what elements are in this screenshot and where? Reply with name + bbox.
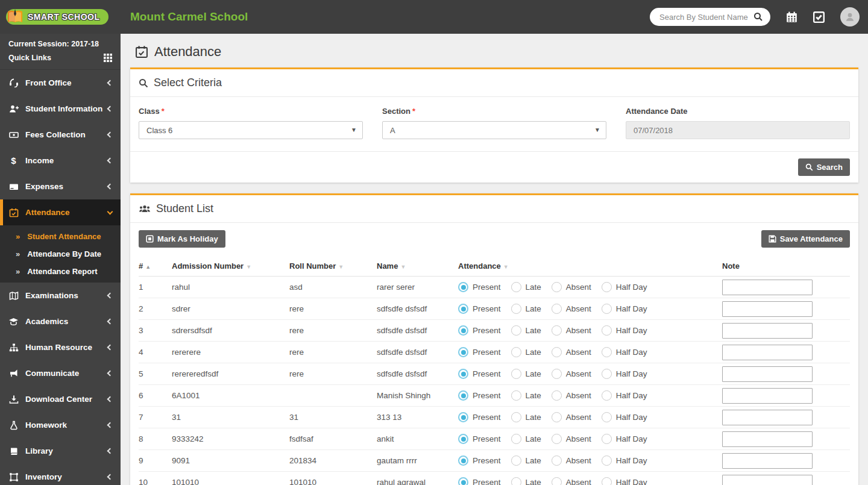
note-input[interactable] (722, 475, 813, 485)
column-header-roll[interactable]: Roll Number (289, 261, 336, 271)
note-input[interactable] (722, 431, 813, 447)
sidebar-item-download-center[interactable]: Download Center (0, 386, 121, 412)
sidebar-item-label: Student Information (25, 104, 102, 113)
save-attendance-button[interactable]: Save Attendance (761, 230, 850, 248)
task-check-icon[interactable] (813, 11, 825, 23)
attendance-radio-late[interactable] (511, 455, 521, 466)
attendance-radio-halfday[interactable] (602, 325, 612, 336)
sidebar-item-expenses[interactable]: Expenses (0, 174, 121, 199)
sidebar-item-library[interactable]: Library (0, 438, 121, 464)
attendance-radio-late[interactable] (511, 282, 521, 292)
note-input[interactable] (722, 410, 813, 425)
attendance-radio-absent[interactable] (552, 434, 562, 444)
map-icon (8, 291, 19, 301)
attendance-radio-absent[interactable] (552, 325, 562, 336)
row-number: 6 (139, 391, 143, 400)
attendance-radio-halfday[interactable] (602, 434, 612, 444)
student-search-input[interactable] (650, 8, 770, 26)
attendance-radio-absent[interactable] (552, 412, 562, 422)
sidebar-item-income[interactable]: $ Income (0, 148, 121, 174)
sort-desc-icon: ▼ (338, 264, 344, 270)
class-select[interactable]: Class 6 ▼ (139, 121, 363, 139)
attendance-radio-present[interactable] (458, 455, 468, 466)
column-header-num[interactable]: # (139, 261, 143, 271)
note-input[interactable] (722, 453, 813, 469)
sidebar-item-label: Download Center (25, 395, 92, 404)
quick-links-label[interactable]: Quick Links (8, 54, 51, 62)
section-select[interactable]: A ▼ (382, 121, 606, 139)
attendance-radio-absent[interactable] (552, 347, 562, 357)
column-header-note[interactable]: Note (722, 261, 740, 271)
note-input[interactable] (722, 388, 813, 404)
attendance-radio-late[interactable] (511, 477, 521, 485)
submenu-item-student-attendance[interactable]: »Student Attendance (0, 228, 121, 245)
attendance-radio-late[interactable] (511, 304, 521, 314)
student-name: 313 13 (377, 413, 401, 422)
logo-zone[interactable]: SMART SCHOOL (0, 9, 121, 25)
attendance-radio-absent[interactable] (552, 477, 562, 485)
attendance-radio-halfday[interactable] (602, 477, 612, 485)
note-input[interactable] (722, 323, 813, 339)
attendance-radio-late[interactable] (511, 434, 521, 444)
sidebar-item-student-information[interactable]: Student Information (0, 96, 121, 122)
attendance-radio-present[interactable] (458, 325, 468, 336)
chevron-left-icon (107, 319, 113, 325)
attendance-radio-absent[interactable] (552, 390, 562, 401)
attendance-radio-halfday[interactable] (602, 412, 612, 422)
attendance-radio-absent[interactable] (552, 282, 562, 292)
sidebar-item-front-office[interactable]: Front Office (0, 70, 121, 96)
note-input[interactable] (722, 301, 813, 317)
grid-icon[interactable] (104, 54, 112, 62)
note-input[interactable] (722, 366, 813, 382)
attendance-radio-late[interactable] (511, 390, 521, 401)
admission-number: sdrersdfsdf (172, 326, 212, 335)
sidebar-item-examinations[interactable]: Examinations (0, 283, 121, 308)
radio-label: Absent (566, 413, 591, 422)
attendance-radio-halfday[interactable] (602, 390, 612, 401)
attendance-radio-late[interactable] (511, 325, 521, 336)
attendance-date-value: 07/07/2018 (634, 126, 673, 135)
note-input[interactable] (722, 345, 813, 360)
attendance-radio-halfday[interactable] (602, 304, 612, 314)
attendance-radio-present[interactable] (458, 390, 468, 401)
submenu-item-attendance-report[interactable]: »Attendance Report (0, 263, 121, 280)
attendance-radio-absent[interactable] (552, 455, 562, 466)
attendance-date-input[interactable]: 07/07/2018 (626, 121, 850, 139)
note-input[interactable] (722, 280, 813, 295)
sidebar-item-human-resource[interactable]: Human Resource (0, 334, 121, 360)
calendar-icon[interactable] (786, 11, 797, 23)
attendance-radio-halfday[interactable] (602, 347, 612, 357)
attendance-radio-halfday[interactable] (602, 282, 612, 292)
attendance-radio-present[interactable] (458, 282, 468, 292)
mark-as-holiday-button[interactable]: Mark As Holiday (139, 230, 225, 248)
chevron-left-icon (107, 345, 113, 351)
column-header-admission[interactable]: Admission Number (172, 261, 244, 271)
column-header-name[interactable]: Name (377, 261, 398, 271)
sidebar-item-homework[interactable]: Homework (0, 412, 121, 438)
search-icon[interactable] (753, 12, 763, 22)
attendance-radio-present[interactable] (458, 369, 468, 379)
attendance-radio-present[interactable] (458, 434, 468, 444)
attendance-radio-present[interactable] (458, 304, 468, 314)
attendance-radio-late[interactable] (511, 412, 521, 422)
attendance-radio-late[interactable] (511, 347, 521, 357)
attendance-radio-halfday[interactable] (602, 369, 612, 379)
attendance-radio-absent[interactable] (552, 369, 562, 379)
sidebar-item-attendance[interactable]: Attendance (0, 199, 121, 225)
submenu-item-attendance-by-date[interactable]: »Attendance By Date (0, 245, 121, 263)
roll-number: rere (289, 326, 304, 335)
sidebar-item-communicate[interactable]: Communicate (0, 360, 121, 386)
required-asterisk: * (412, 107, 415, 116)
attendance-radio-present[interactable] (458, 477, 468, 485)
attendance-radio-late[interactable] (511, 369, 521, 379)
user-avatar[interactable] (840, 7, 860, 27)
sidebar-item-academics[interactable]: Academics (0, 308, 121, 334)
attendance-radio-absent[interactable] (552, 304, 562, 314)
attendance-radio-present[interactable] (458, 347, 468, 357)
attendance-radio-halfday[interactable] (602, 455, 612, 466)
search-button[interactable]: Search (798, 158, 850, 176)
column-header-attendance[interactable]: Attendance (458, 261, 501, 271)
sidebar-item-inventory[interactable]: Inventory (0, 464, 121, 485)
sidebar-item-fees-collection[interactable]: Fees Collection (0, 122, 121, 148)
attendance-radio-present[interactable] (458, 412, 468, 422)
